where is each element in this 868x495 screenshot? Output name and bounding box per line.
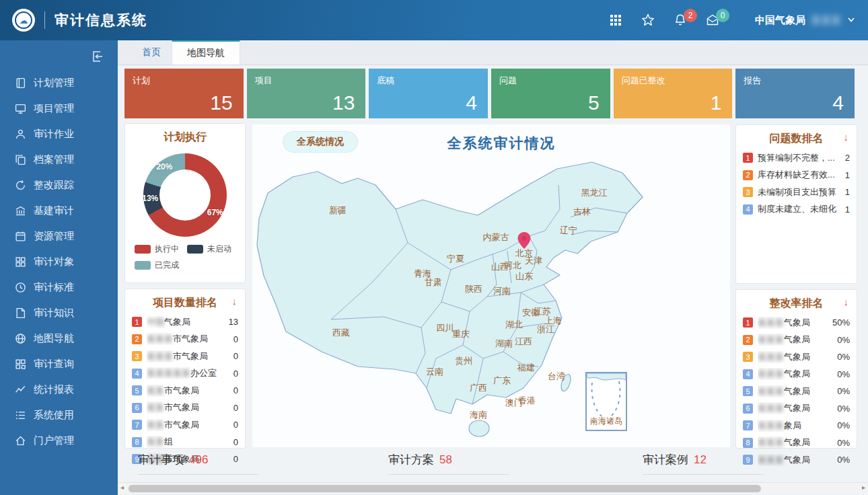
rank-value: 0%	[837, 455, 850, 465]
rank-name: 某某组	[147, 436, 229, 448]
panel-title: 计划执行	[125, 124, 245, 145]
rank-value: 0	[233, 334, 238, 344]
rank-row[interactable]: 8某某组0	[132, 434, 238, 451]
sidebar-item-audit-knowledge[interactable]: 审计知识	[0, 300, 118, 326]
rank-value: 0	[233, 437, 238, 447]
rank-row[interactable]: 6某某某气象局0%	[743, 400, 850, 418]
sidebar-item-portal-mgmt[interactable]: 门户管理	[0, 428, 118, 453]
rank-name: 某某某气象局	[758, 402, 832, 414]
rank-badge: 6	[743, 404, 753, 414]
sidebar-item-stats-report[interactable]: 统计报表	[0, 377, 118, 402]
scroll-left-icon[interactable]: ◂	[120, 484, 124, 491]
rank-row[interactable]: 2库存材料缺乏有效...1	[743, 167, 850, 184]
stat-card-issue-rectified[interactable]: 问题已整改1	[614, 69, 733, 118]
sidebar-item-resource-mgmt[interactable]: 资源管理	[0, 223, 118, 249]
sidebar-item-plan-mgmt[interactable]: 计划管理	[0, 70, 118, 96]
star-icon[interactable]	[641, 13, 655, 28]
rank-row[interactable]: 1中国气象局13	[132, 313, 238, 331]
sidebar-item-audit-standard[interactable]: 审计标准	[0, 274, 118, 300]
rank-value: 0	[233, 403, 238, 413]
sort-desc-icon[interactable]: ↓	[844, 296, 849, 307]
stat-card-report[interactable]: 报告4	[735, 69, 855, 118]
rank-badge: 2	[132, 334, 142, 344]
legend-item[interactable]: 未启动	[187, 243, 240, 255]
sidebar: 计划管理项目管理审计作业档案管理整改跟踪基建审计资源管理审计对象审计标准审计知识…	[0, 40, 118, 495]
rank-row[interactable]: 3某某某市气象局0	[132, 348, 238, 365]
china-map-area: 全系统情况 全系统审计情况	[252, 124, 730, 447]
file-icon	[15, 307, 26, 319]
stat-cards-row: 计划15项目13底稿4问题5问题已整改1报告4	[124, 69, 855, 118]
sidebar-item-system-usage[interactable]: 系统使用	[0, 402, 118, 428]
rank-row[interactable]: 5某某某气象局0%	[743, 383, 850, 400]
rank-row[interactable]: 1预算编制不完整，...2	[743, 149, 850, 167]
rank-row[interactable]: 4某某某某某办公室0	[132, 365, 238, 383]
rank-row[interactable]: 4制度未建立、未细化1	[743, 201, 850, 219]
rank-row[interactable]: 3某某某气象局0%	[743, 348, 850, 366]
rank-row[interactable]: 1某某某气象局50%	[743, 314, 850, 332]
rank-row[interactable]: 5某某市气象局0	[132, 382, 238, 399]
sidebar-item-label: 整改跟踪	[34, 179, 74, 192]
rank-row[interactable]: 2某某某市气象局0	[132, 331, 238, 348]
divider	[44, 11, 45, 29]
dashboard-content: 计划15项目13底稿4问题5问题已整改1报告4 计划执行 67%13%20% 执…	[118, 65, 868, 495]
rank-row[interactable]: 8某某某气象局0%	[743, 434, 850, 452]
stat-card-project[interactable]: 项目13	[247, 69, 366, 118]
rank-row[interactable]: 7某某某象局0%	[743, 417, 850, 434]
panel-project-rank: 项目数量排名 ↓ 1中国气象局132某某某市气象局03某某某市气象局04某某某某…	[124, 289, 246, 449]
sidebar-item-audit-query[interactable]: 审计查询	[0, 351, 118, 377]
system-scope-button[interactable]: 全系统情况	[283, 131, 358, 153]
sidebar-item-audit-work[interactable]: 审计作业	[0, 121, 118, 147]
sidebar-item-project-mgmt[interactable]: 项目管理	[0, 96, 118, 121]
stat-card-draft[interactable]: 底稿4	[369, 69, 488, 118]
apps-icon	[15, 358, 26, 370]
clock-icon	[15, 282, 26, 293]
sidebar-item-infra-audit[interactable]: 基建审计	[0, 198, 118, 223]
rank-value: 0	[233, 385, 238, 395]
sidebar-item-rectify-track[interactable]: 整改跟踪	[0, 172, 118, 198]
sidebar-item-label: 审计查询	[34, 358, 74, 371]
rank-row[interactable]: 7某某市气象局0	[132, 416, 238, 434]
card-value: 13	[332, 91, 355, 114]
bell-icon[interactable]: 2	[673, 13, 688, 28]
app-title: 审计信息系统	[55, 11, 147, 30]
rank-value: 0	[233, 369, 238, 379]
collapse-sidebar-icon[interactable]	[89, 49, 104, 64]
beijing-pin-icon[interactable]	[517, 232, 531, 250]
card-label: 报告	[744, 75, 761, 87]
sidebar-item-audit-object[interactable]: 审计对象	[0, 249, 118, 274]
donut-percent-label: 20%	[156, 162, 172, 172]
stat-card-issue[interactable]: 问题5	[491, 69, 610, 118]
rank-badge: 5	[132, 385, 142, 395]
sort-desc-icon[interactable]: ↓	[232, 295, 238, 307]
rank-row[interactable]: 4某某某气象局0%	[743, 366, 850, 383]
legend-item[interactable]: 执行中	[135, 243, 187, 255]
rank-row[interactable]: 3未编制项目支出预算1	[743, 184, 850, 201]
user-menu[interactable]: 中国气象局 某某某	[755, 14, 856, 27]
legend-item[interactable]: 已完成	[135, 260, 187, 271]
rank-value: 1	[845, 170, 850, 180]
rank-badge: 1	[743, 153, 753, 163]
rank-row[interactable]: 6某某市气象局0	[132, 399, 238, 417]
rank-badge: 3	[132, 351, 142, 361]
tab-map-nav[interactable]: 地图导航	[172, 40, 240, 65]
main-area: 首页 地图导航 计划15项目13底稿4问题5问题已整改1报告4 计划执行 67%…	[118, 40, 868, 495]
rank-name: 某某某气象局	[758, 368, 832, 380]
stat-card-plan[interactable]: 计划15	[124, 69, 244, 118]
rank-row[interactable]: 2某某某气象局0%	[743, 332, 850, 349]
scrollbar-thumb[interactable]	[129, 485, 761, 492]
message-icon[interactable]: 0	[705, 13, 720, 28]
rank-value: 0%	[837, 386, 850, 396]
sidebar-item-label: 审计对象	[34, 256, 74, 268]
scroll-right-icon[interactable]: ▸	[862, 484, 865, 491]
sort-desc-icon[interactable]: ↓	[844, 131, 849, 143]
sidebar-item-map-nav[interactable]: 地图导航	[0, 326, 118, 351]
sidebar-item-archive-mgmt[interactable]: 档案管理	[0, 147, 118, 172]
sidebar-item-label: 审计知识	[34, 307, 74, 319]
china-map[interactable]	[256, 151, 727, 447]
rank-badge: 7	[132, 420, 142, 430]
brand: ☁ 审计信息系统	[12, 9, 147, 32]
south-china-sea-inset: 南海诸岛	[585, 372, 627, 431]
tab-home[interactable]: 首页	[131, 40, 172, 65]
app-grid-icon[interactable]	[608, 13, 623, 28]
horizontal-scrollbar[interactable]: ◂ ▸	[118, 482, 868, 494]
